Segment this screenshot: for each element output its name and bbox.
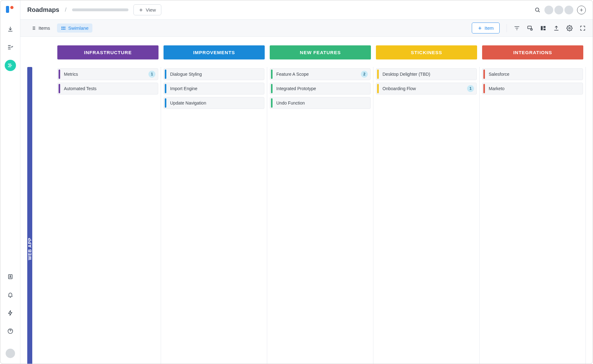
sidebar-top-icons xyxy=(5,23,16,71)
toolbar-right: Item xyxy=(472,23,586,33)
plus-icon xyxy=(139,8,143,12)
card-badge: 1 xyxy=(467,85,474,92)
toolbar: Items Swimlane Item xyxy=(20,20,593,37)
presence-avatar[interactable] xyxy=(564,6,573,14)
toolbar-divider xyxy=(507,24,507,32)
svg-rect-4 xyxy=(61,27,62,28)
card-badge: 2 xyxy=(361,71,368,78)
card-label: Undo Function xyxy=(273,98,368,108)
breadcrumb-placeholder xyxy=(72,8,128,11)
link-settings-button[interactable] xyxy=(527,25,533,31)
help-icon[interactable] xyxy=(5,326,16,337)
card-label: Metrics xyxy=(60,69,148,79)
filter-icon xyxy=(514,25,520,31)
export-icon xyxy=(553,25,559,31)
board-cell: Dialogue StylingImport EngineUpdate Navi… xyxy=(161,67,267,364)
board-grid: INFRASTRUCTUREIMPROVEMENTSNEW FEATURESST… xyxy=(27,45,586,364)
breadcrumb-separator: / xyxy=(65,7,66,13)
list-check-icon[interactable] xyxy=(5,42,16,53)
sidebar-bottom-icons xyxy=(5,271,16,358)
add-view-button[interactable]: View xyxy=(133,4,161,15)
card[interactable]: Marketo xyxy=(482,83,583,95)
card-label: Marketo xyxy=(485,84,580,94)
card[interactable]: Metrics1 xyxy=(57,68,158,80)
column-header-improvements[interactable]: IMPROVEMENTS xyxy=(164,45,265,59)
search-icon xyxy=(534,7,541,13)
card[interactable]: Desktop Delighter (TBD) xyxy=(376,68,477,80)
tab-swimlane-label: Swimlane xyxy=(68,25,89,31)
export-button[interactable] xyxy=(553,25,559,31)
fullscreen-button[interactable] xyxy=(580,25,586,31)
column-header-new_features[interactable]: NEW FEATURES xyxy=(270,45,371,59)
presence-avatar[interactable] xyxy=(554,6,563,14)
card[interactable]: Dialogue Styling xyxy=(164,68,264,80)
gear-icon xyxy=(566,25,573,31)
card-label: Salesforce xyxy=(485,69,580,79)
swimlane-icon xyxy=(61,26,66,31)
add-view-label: View xyxy=(146,7,156,13)
app-frame: Roadmaps / View xyxy=(0,0,593,364)
filter-button[interactable] xyxy=(514,25,520,31)
add-item-button[interactable]: Item xyxy=(472,23,500,33)
card-badge: 1 xyxy=(148,71,155,78)
contacts-icon[interactable] xyxy=(5,271,16,282)
svg-point-3 xyxy=(535,8,539,11)
expand-icon xyxy=(580,25,586,31)
card[interactable]: Import Engine xyxy=(164,83,264,95)
card[interactable]: Automated Tests xyxy=(57,83,158,95)
card[interactable]: Update Navigation xyxy=(164,97,264,109)
list-icon xyxy=(31,26,36,31)
card-label: Dialogue Styling xyxy=(166,69,262,79)
board-cell: SalesforceMarketo xyxy=(480,67,586,364)
tab-swimlane[interactable]: Swimlane xyxy=(57,23,92,33)
card-label: Automated Tests xyxy=(60,84,155,94)
presence-avatar[interactable] xyxy=(544,6,553,14)
app-logo[interactable] xyxy=(6,6,15,15)
main-area: Roadmaps / View xyxy=(20,0,593,364)
card-label: Onboarding Flow xyxy=(379,84,467,94)
board-cell: Metrics1Automated Tests xyxy=(55,67,161,364)
lane-label[interactable]: WEB APP xyxy=(27,67,32,364)
lightning-icon[interactable] xyxy=(5,307,16,319)
card-label: Feature A Scope xyxy=(273,69,361,79)
card-label: Desktop Delighter (TBD) xyxy=(379,69,474,79)
card-label: Integrated Prototype xyxy=(273,84,368,94)
settings-button[interactable] xyxy=(566,25,573,31)
search-button[interactable] xyxy=(534,7,541,13)
tab-items-label: Items xyxy=(39,25,50,31)
plus-icon xyxy=(478,26,482,30)
invite-button[interactable] xyxy=(577,6,586,14)
svg-rect-8 xyxy=(63,28,64,29)
column-header-infrastructure[interactable]: INFRASTRUCTURE xyxy=(57,45,159,59)
user-avatar[interactable] xyxy=(6,349,15,358)
svg-rect-12 xyxy=(541,26,543,30)
presence-avatars xyxy=(544,6,573,14)
card-label: Import Engine xyxy=(166,84,262,94)
swimlane-board: INFRASTRUCTUREIMPROVEMENTSNEW FEATURESST… xyxy=(20,37,593,364)
page-title: Roadmaps xyxy=(27,6,59,13)
import-icon[interactable] xyxy=(5,23,16,35)
card[interactable]: Integrated Prototype xyxy=(270,83,371,95)
layout-icon xyxy=(540,25,546,31)
header-right xyxy=(534,6,586,14)
card[interactable]: Feature A Scope2 xyxy=(270,68,371,80)
left-sidebar xyxy=(0,0,20,364)
card[interactable]: Undo Function xyxy=(270,97,371,109)
card[interactable]: Onboarding Flow1 xyxy=(376,83,477,95)
column-header-stickiness[interactable]: STICKINESS xyxy=(376,45,477,59)
svg-rect-13 xyxy=(544,26,546,28)
board-cell: Feature A Scope2Integrated PrototypeUndo… xyxy=(267,67,373,364)
column-header-integrations[interactable]: INTEGRATIONS xyxy=(482,45,583,59)
plus-icon xyxy=(579,8,584,12)
svg-rect-6 xyxy=(64,27,65,28)
bell-icon[interactable] xyxy=(5,289,16,300)
svg-rect-9 xyxy=(64,28,65,29)
add-item-label: Item xyxy=(485,25,494,31)
roadmap-icon[interactable] xyxy=(5,60,16,71)
tab-items[interactable]: Items xyxy=(27,23,54,33)
header-bar: Roadmaps / View xyxy=(20,0,593,20)
layout-button[interactable] xyxy=(540,25,546,31)
svg-rect-7 xyxy=(61,28,62,29)
card[interactable]: Salesforce xyxy=(482,68,583,80)
svg-point-1 xyxy=(10,276,11,277)
